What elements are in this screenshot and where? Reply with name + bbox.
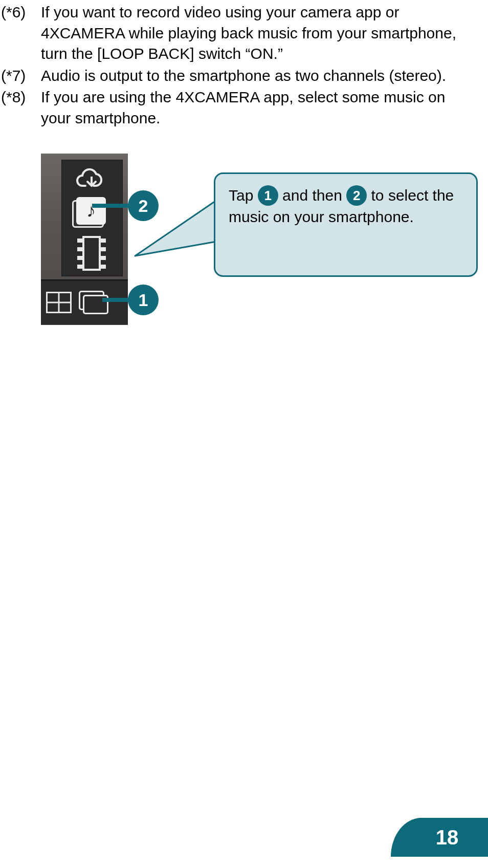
note-label: (*8) [0, 87, 41, 128]
cloud-download-icon [75, 168, 108, 191]
notes-list: (*6) If you want to record video using y… [0, 0, 488, 128]
step-badge-1: 1 [128, 285, 159, 315]
film-strip-icon [77, 236, 106, 271]
step-badge-2: 2 [128, 190, 159, 221]
grid-layout-icon [46, 292, 72, 313]
page-number: 18 [436, 826, 459, 849]
instruction-callout: Tap 1 and then 2 to select the music on … [214, 172, 478, 277]
illustration-bottom-bar [41, 279, 128, 324]
app-screenshot-illustration: ♪ [41, 154, 128, 330]
note-row: (*7) Audio is output to the smartphone a… [0, 66, 478, 86]
inline-step-badge-2: 2 [346, 185, 367, 206]
badge-connector [102, 298, 129, 302]
note-text: Audio is output to the smartphone as two… [41, 66, 478, 86]
inline-step-badge-1: 1 [258, 185, 278, 206]
music-library-icon: ♪ [71, 197, 107, 230]
note-row: (*8) If you are using the 4XCAMERA app, … [0, 87, 478, 128]
note-label: (*7) [0, 66, 41, 86]
note-text: If you are using the 4XCAMERA app, selec… [41, 87, 478, 128]
badge-connector [92, 204, 129, 208]
callout-text: Tap [229, 187, 258, 204]
page-number-tab: 18 [391, 818, 488, 857]
stacked-screens-icon [77, 291, 107, 314]
note-text: If you want to record video using your c… [41, 2, 478, 64]
note-row: (*6) If you want to record video using y… [0, 2, 478, 64]
note-label: (*6) [0, 2, 41, 64]
illustration-side-panel: ♪ [61, 160, 123, 276]
callout-text: and then [282, 187, 346, 204]
